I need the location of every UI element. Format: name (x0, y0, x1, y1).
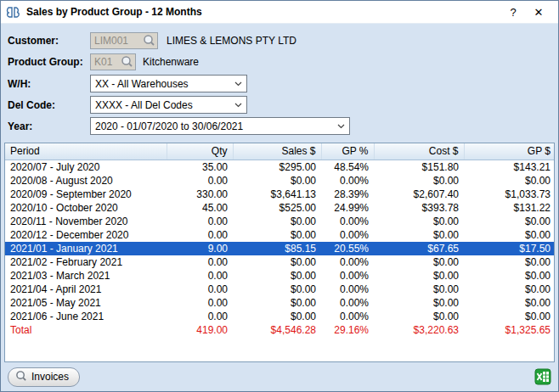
cell-period: 2021/03 - March 2021 (5, 269, 167, 283)
cell-gp_pct: 29.16% (321, 323, 374, 337)
year-select[interactable]: 2020 - 01/07/2020 to 30/06/2021 (90, 117, 350, 135)
invoices-button[interactable]: Invoices (8, 367, 80, 387)
table-row[interactable]: 2021/04 - April 20210.00$0.000.00%$0.00$… (5, 283, 555, 296)
cell-qty: 9.00 (167, 242, 233, 255)
cell-sales: $0.00 (233, 228, 321, 242)
cell-cost: $2,607.40 (374, 188, 464, 201)
cell-sales: $0.00 (233, 174, 321, 188)
app-icon (6, 5, 20, 20)
cell-qty: 0.00 (167, 283, 233, 296)
sales-grid: Period Qty Sales $ GP % Cost $ GP $ 2020… (4, 143, 555, 362)
cell-period: 2020/11 - November 2020 (5, 215, 167, 228)
cell-period: 2020/08 - August 2020 (5, 174, 167, 188)
cell-qty: 0.00 (167, 310, 233, 323)
customer-name: LIMES & LEMONS PTY LTD (167, 35, 296, 47)
cell-period: 2020/07 - July 2020 (5, 160, 167, 175)
cell-period: 2020/10 - October 2020 (5, 201, 167, 215)
cell-gp: $0.00 (464, 255, 555, 269)
year-label: Year: (8, 120, 90, 132)
cell-period: 2021/06 - June 2021 (5, 310, 167, 323)
export-excel-button[interactable] (534, 368, 551, 385)
cell-gp: $0.00 (464, 228, 555, 242)
cell-cost: $0.00 (374, 310, 464, 323)
sales-table: Period Qty Sales $ GP % Cost $ GP $ 2020… (5, 143, 555, 337)
table-row[interactable]: 2021/01 - January 20219.00$85.1520.55%$6… (5, 242, 555, 255)
cell-gp: $1,033.73 (464, 188, 555, 201)
filter-form: Customer: LIM001 LIMES & LEMONS PTY LTD … (1, 24, 558, 140)
table-row[interactable]: 2021/02 - February 20210.00$0.000.00%$0.… (5, 255, 555, 269)
product-group-search-icon[interactable] (121, 55, 133, 68)
close-button[interactable]: ✕ (526, 1, 551, 24)
cell-cost: $0.00 (374, 283, 464, 296)
cell-qty: 0.00 (167, 228, 233, 242)
cell-cost: $3,220.63 (374, 323, 464, 337)
column-header-cost[interactable]: Cost $ (374, 143, 464, 160)
cell-cost: $393.78 (374, 201, 464, 215)
column-header-gp[interactable]: GP $ (464, 143, 555, 160)
cell-gp_pct: 0.00% (321, 269, 374, 283)
year-selected-value: 2020 - 01/07/2020 to 30/06/2021 (95, 120, 332, 132)
column-header-sales[interactable]: Sales $ (233, 143, 321, 160)
cell-period: 2020/12 - December 2020 (5, 228, 167, 242)
warehouse-row: W/H: XX - All Warehouses (8, 75, 551, 92)
customer-code-field: LIM001 (90, 32, 158, 49)
table-row[interactable]: 2020/11 - November 20200.00$0.000.00%$0.… (5, 215, 555, 228)
del-code-select[interactable]: XXXX - All Del Codes (90, 96, 247, 114)
cell-gp_pct: 0.00% (321, 255, 374, 269)
cell-gp_pct: 0.00% (321, 296, 374, 310)
cell-sales: $525.00 (233, 201, 321, 215)
cell-qty: 45.00 (167, 201, 233, 215)
help-button[interactable]: ? (500, 1, 526, 24)
table-row[interactable]: 2021/03 - March 20210.00$0.000.00%$0.00$… (5, 269, 555, 283)
cell-gp: $0.00 (464, 215, 555, 228)
cell-cost: $0.00 (374, 174, 464, 188)
product-group-row: Product Group: K01 Kitchenware (8, 53, 551, 70)
cell-gp_pct: 0.00% (321, 310, 374, 323)
product-group-code-value: K01 (94, 56, 112, 68)
cell-period: 2021/01 - January 2021 (5, 242, 167, 255)
cell-gp_pct: 20.55% (321, 242, 374, 255)
cell-gp: $0.00 (464, 310, 555, 323)
column-header-period[interactable]: Period (5, 143, 167, 160)
table-row[interactable]: 2020/12 - December 20200.00$0.000.00%$0.… (5, 228, 555, 242)
customer-row: Customer: LIM001 LIMES & LEMONS PTY LTD (8, 31, 551, 49)
cell-sales: $0.00 (233, 215, 321, 228)
column-header-gp-pct[interactable]: GP % (321, 143, 374, 160)
cell-qty: 35.00 (167, 160, 233, 175)
cell-period: 2021/04 - April 2021 (5, 283, 167, 296)
cell-gp: $131.22 (464, 201, 555, 215)
cell-qty: 0.00 (167, 269, 233, 283)
table-row[interactable]: 2020/10 - October 202045.00$525.0024.99%… (5, 201, 555, 215)
column-header-qty[interactable]: Qty (167, 143, 233, 160)
cell-qty: 0.00 (167, 296, 233, 310)
cell-gp: $17.50 (464, 242, 555, 255)
cell-gp: $0.00 (464, 174, 555, 188)
table-row[interactable]: 2020/07 - July 202035.00$295.0048.54%$15… (5, 160, 555, 175)
table-row[interactable]: 2021/05 - May 20210.00$0.000.00%$0.00$0.… (5, 296, 555, 310)
invoices-search-icon (15, 370, 27, 384)
sales-by-product-group-window: Sales by Product Group - 12 Months ? ✕ C… (0, 0, 559, 392)
customer-search-icon[interactable] (143, 34, 155, 47)
cell-qty: 0.00 (167, 255, 233, 269)
titlebar: Sales by Product Group - 12 Months ? ✕ (1, 1, 558, 24)
product-group-label: Product Group: (8, 56, 90, 68)
cell-sales: $295.00 (233, 160, 321, 175)
product-group-name: Kitchenware (143, 56, 199, 68)
table-row[interactable]: 2021/06 - June 20210.00$0.000.00%$0.00$0… (5, 310, 555, 323)
cell-gp_pct: 28.39% (321, 188, 374, 201)
year-row: Year: 2020 - 01/07/2020 to 30/06/2021 (8, 117, 551, 135)
cell-sales: $3,641.13 (233, 188, 321, 201)
cell-qty: 0.00 (167, 215, 233, 228)
table-row[interactable]: 2020/09 - September 2020330.00$3,641.132… (5, 188, 555, 201)
table-body: 2020/07 - July 202035.00$295.0048.54%$15… (5, 160, 555, 338)
warehouse-selected-value: XX - All Warehouses (95, 78, 229, 90)
cell-cost: $0.00 (374, 255, 464, 269)
warehouse-select[interactable]: XX - All Warehouses (90, 75, 247, 92)
table-row[interactable]: 2020/08 - August 20200.00$0.000.00%$0.00… (5, 174, 555, 188)
cell-gp_pct: 0.00% (321, 228, 374, 242)
cell-gp: $0.00 (464, 269, 555, 283)
cell-sales: $0.00 (233, 255, 321, 269)
table-header: Period Qty Sales $ GP % Cost $ GP $ (5, 143, 555, 160)
cell-cost: $0.00 (374, 215, 464, 228)
cell-qty: 330.00 (167, 188, 233, 201)
